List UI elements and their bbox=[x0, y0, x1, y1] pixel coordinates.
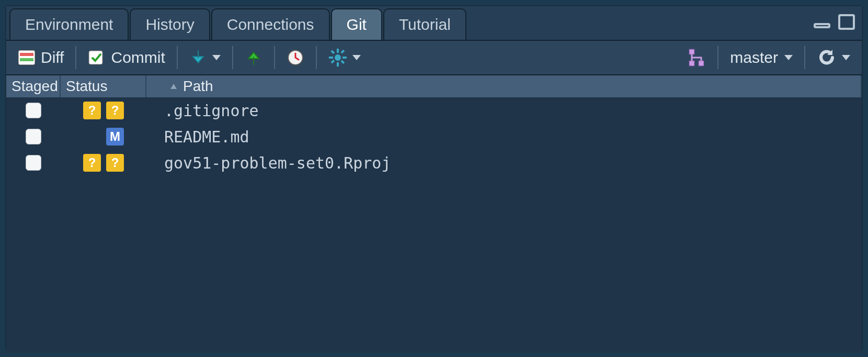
file-row[interactable]: ? ? gov51-problem-set0.Rproj bbox=[6, 150, 862, 176]
window-controls bbox=[814, 14, 856, 31]
separator bbox=[274, 46, 275, 69]
stage-checkbox[interactable] bbox=[26, 155, 41, 171]
clock-icon bbox=[287, 49, 304, 66]
file-row[interactable]: M README.md bbox=[6, 124, 862, 150]
svg-rect-18 bbox=[699, 61, 704, 66]
tab-label: History bbox=[145, 16, 194, 33]
separator bbox=[177, 46, 178, 69]
push-up-icon bbox=[245, 49, 262, 66]
caret-down-icon bbox=[842, 55, 850, 60]
git-pane: Environment History Connections Git Tuto… bbox=[5, 5, 863, 352]
column-status[interactable]: Status bbox=[61, 75, 146, 97]
svg-rect-9 bbox=[337, 62, 339, 66]
pull-down-icon bbox=[189, 49, 207, 66]
caret-down-icon bbox=[212, 55, 221, 60]
tab-history[interactable]: History bbox=[130, 8, 210, 40]
push-button[interactable] bbox=[241, 47, 267, 69]
refresh-button[interactable] bbox=[813, 46, 854, 70]
stage-checkbox[interactable] bbox=[26, 103, 41, 118]
branch-icon bbox=[687, 48, 706, 67]
tab-label: Tutorial bbox=[399, 16, 451, 33]
svg-rect-4 bbox=[20, 58, 33, 61]
svg-rect-13 bbox=[340, 60, 345, 64]
branch-name: master bbox=[730, 49, 778, 66]
tab-connections[interactable]: Connections bbox=[211, 8, 330, 40]
status-unstaged-badge: ? bbox=[106, 102, 124, 119]
tab-git[interactable]: Git bbox=[331, 8, 382, 40]
caret-down-icon bbox=[352, 55, 361, 60]
svg-rect-0 bbox=[815, 24, 829, 27]
separator bbox=[75, 46, 76, 69]
svg-rect-14 bbox=[340, 50, 345, 54]
file-row[interactable]: ? ? .gitignore bbox=[6, 97, 862, 124]
separator bbox=[316, 46, 317, 69]
separator bbox=[804, 46, 805, 69]
file-path: .gitignore bbox=[146, 102, 862, 120]
svg-rect-10 bbox=[329, 57, 333, 59]
sort-icon bbox=[169, 83, 178, 90]
tab-label: Git bbox=[347, 16, 367, 33]
svg-rect-17 bbox=[689, 61, 694, 66]
tab-label: Connections bbox=[227, 16, 314, 33]
tab-environment[interactable]: Environment bbox=[9, 8, 129, 40]
tab-tutorial[interactable]: Tutorial bbox=[383, 8, 466, 40]
svg-rect-3 bbox=[20, 53, 33, 56]
git-toolbar: Diff Commit bbox=[6, 40, 862, 75]
diff-button[interactable]: Diff bbox=[14, 47, 68, 69]
gear-icon bbox=[328, 48, 347, 67]
svg-rect-1 bbox=[839, 15, 854, 29]
file-list: ? ? .gitignore M README.md ? ? gov51-pro… bbox=[6, 97, 862, 353]
svg-rect-11 bbox=[342, 57, 347, 59]
status-cell: ? ? bbox=[61, 102, 146, 119]
commit-label: Commit bbox=[111, 49, 165, 66]
minimize-icon[interactable] bbox=[814, 16, 832, 29]
status-cell: M bbox=[61, 128, 146, 146]
status-staged-badge: ? bbox=[83, 154, 101, 172]
separator bbox=[717, 46, 718, 69]
svg-rect-2 bbox=[18, 50, 35, 65]
diff-icon bbox=[18, 50, 36, 65]
stage-checkbox[interactable] bbox=[26, 129, 41, 144]
file-path: README.md bbox=[146, 128, 862, 146]
svg-rect-12 bbox=[330, 50, 335, 54]
tab-label: Environment bbox=[25, 16, 113, 33]
maximize-icon[interactable] bbox=[838, 14, 856, 31]
column-path[interactable]: Path bbox=[146, 75, 862, 97]
refresh-icon bbox=[817, 48, 837, 68]
svg-point-7 bbox=[335, 54, 341, 61]
column-staged[interactable]: Staged bbox=[6, 75, 61, 97]
status-unstaged-badge: ? bbox=[106, 154, 124, 172]
pull-button[interactable] bbox=[185, 47, 225, 69]
caret-down-icon bbox=[784, 55, 793, 60]
separator bbox=[232, 46, 233, 69]
commit-icon bbox=[88, 49, 106, 66]
svg-rect-8 bbox=[337, 49, 339, 53]
diff-label: Diff bbox=[41, 49, 64, 66]
commit-button[interactable]: Commit bbox=[84, 47, 169, 69]
status-cell: ? ? bbox=[61, 154, 146, 172]
status-unstaged-badge: M bbox=[106, 128, 124, 146]
column-headers: Staged Status Path bbox=[6, 75, 862, 97]
svg-rect-16 bbox=[689, 49, 694, 54]
svg-rect-5 bbox=[89, 51, 102, 64]
history-button[interactable] bbox=[282, 47, 309, 69]
svg-rect-15 bbox=[330, 60, 335, 64]
tab-strip: Environment History Connections Git Tuto… bbox=[6, 6, 862, 40]
more-button[interactable] bbox=[324, 46, 365, 69]
status-staged-badge: ? bbox=[83, 102, 101, 119]
file-path: gov51-problem-set0.Rproj bbox=[146, 154, 862, 172]
new-branch-button[interactable] bbox=[683, 46, 710, 69]
branch-selector[interactable]: master bbox=[726, 49, 797, 66]
